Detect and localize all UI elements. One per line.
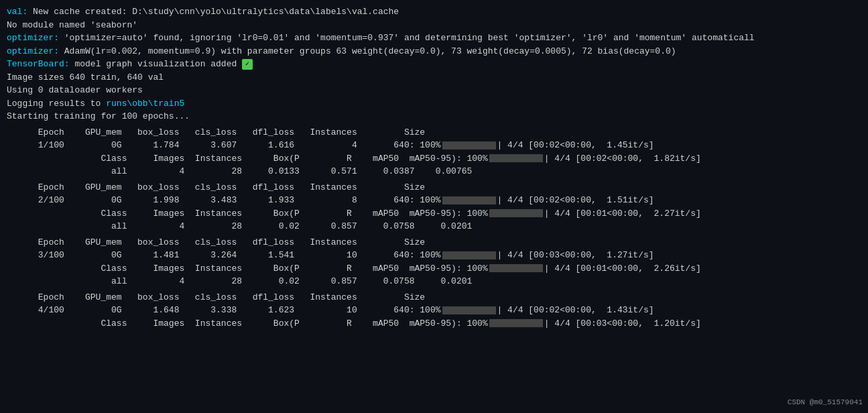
epoch-2-header: Epoch GPU_mem box_loss cls_loss dfl_loss… [7, 181, 861, 194]
optimizer2-label: optimizer: [7, 46, 59, 56]
watermark: CSDN @m0_51579041 [788, 397, 863, 408]
epoch-4-section: Epoch GPU_mem box_loss cls_loss dfl_loss… [7, 291, 861, 331]
epoch-2-row1: 2/100 0G 1.998 3.483 1.933 8 640: 100%| … [7, 194, 861, 207]
logging-path: runs\obb\train5 [106, 99, 184, 109]
epoch-4-progress1 [442, 306, 496, 314]
epoch-2-progress2 [489, 209, 543, 217]
epoch-3-section: Epoch GPU_mem box_loss cls_loss dfl_loss… [7, 236, 861, 288]
epoch-1-row3: all 4 28 0.0133 0.571 0.0387 0.00765 [7, 165, 861, 178]
optimizer2-line: optimizer: AdamW(lr=0.002, momentum=0.9)… [7, 45, 861, 58]
optimizer1-line: optimizer: 'optimizer=auto' found, ignor… [7, 32, 861, 45]
epoch-1-row2: Class Images Instances Box(P R mAP50 mAP… [7, 152, 861, 166]
epoch-3-row2: Class Images Instances Box(P R mAP50 mAP… [7, 262, 861, 276]
epoch-4-header: Epoch GPU_mem box_loss cls_loss dfl_loss… [7, 291, 861, 304]
epoch-4-row1: 4/100 0G 1.648 3.338 1.623 10 640: 100%|… [7, 304, 861, 317]
epoch-2-row2: Class Images Instances Box(P R mAP50 mAP… [7, 207, 861, 221]
epoch-1-progress2 [489, 154, 543, 162]
starting-line: Starting training for 100 epochs... [7, 110, 861, 123]
epoch-2-row3: all 4 28 0.02 0.857 0.0758 0.0201 [7, 220, 861, 233]
terminal: val: New cache created: D:\study\cnn\yol… [0, 0, 868, 413]
epoch-4-progress2 [489, 319, 543, 327]
epoch-3-row3: all 4 28 0.02 0.857 0.0758 0.0201 [7, 275, 861, 288]
tensorboard-label: TensorBoard: [7, 59, 70, 69]
epoch-3-header: Epoch GPU_mem box_loss cls_loss dfl_loss… [7, 236, 861, 249]
optimizer1-label: optimizer: [7, 33, 59, 43]
tensorboard-line: TensorBoard: model graph visualization a… [7, 58, 861, 71]
epoch-1-section: Epoch GPU_mem box_loss cls_loss dfl_loss… [7, 126, 861, 178]
epoch-2-progress1 [442, 196, 496, 204]
epoch-3-progress1 [442, 251, 496, 259]
val-label: val: [7, 7, 27, 17]
epoch-3-progress2 [489, 264, 543, 272]
epoch-1-progress1 [442, 141, 496, 150]
epoch-1-header: Epoch GPU_mem box_loss cls_loss dfl_loss… [7, 126, 861, 139]
val-line: val: New cache created: D:\study\cnn\yol… [7, 5, 861, 19]
epoch-2-section: Epoch GPU_mem box_loss cls_loss dfl_loss… [7, 181, 861, 233]
imgsizes-line: Image sizes 640 train, 640 val [7, 71, 861, 84]
logging-line: Logging results to runs\obb\train5 [7, 97, 861, 111]
workers-line: Using 0 dataloader workers [7, 84, 861, 97]
checkmark-icon: ✓ [242, 59, 253, 70]
epoch-1-row1: 1/100 0G 1.784 3.607 1.616 4 640: 100%| … [7, 139, 861, 152]
epoch-4-row2: Class Images Instances Box(P R mAP50 mAP… [7, 317, 861, 331]
no-module-line: No module named 'seaborn' [7, 19, 861, 32]
epoch-3-row1: 3/100 0G 1.481 3.264 1.541 10 640: 100%|… [7, 249, 861, 262]
